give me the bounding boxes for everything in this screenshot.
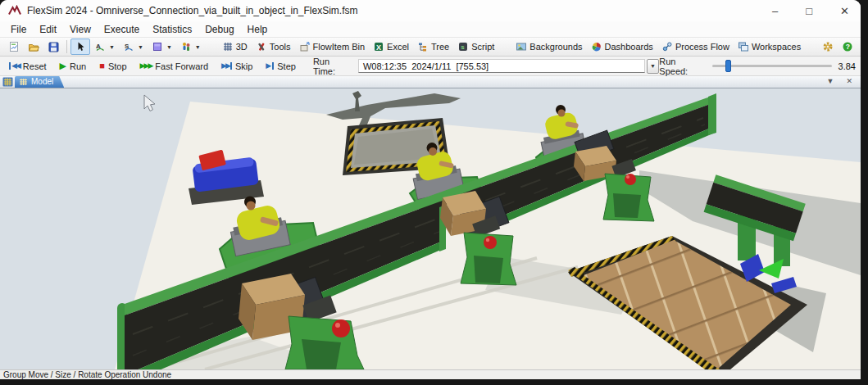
skip-label: Skip [235, 61, 252, 71]
menu-statistics[interactable]: Statistics [146, 23, 198, 36]
model-3d-viewport[interactable] [0, 88, 861, 369]
tab-close-icon[interactable]: ✕ [846, 78, 852, 85]
excel-button[interactable]: X Excel [369, 38, 413, 55]
tools-icon [256, 41, 267, 52]
excel-icon: X [373, 41, 384, 52]
excel-label: Excel [387, 42, 409, 52]
window-title: FlexSim 2024 - Omniverse_Connection_via_… [27, 5, 358, 16]
help-button[interactable]: ? [838, 38, 857, 55]
view-3d-label: 3D [236, 42, 248, 52]
status-bar: Group Move / Size / Rotate Operation Und… [0, 369, 861, 379]
process-flow-button[interactable]: Process Flow [657, 38, 734, 55]
library-object-button[interactable]: ▼ [148, 38, 176, 55]
workspaces-icon [738, 41, 749, 52]
run-speed-value: 3.84 [838, 61, 856, 71]
run-speed-slider-thumb[interactable] [725, 60, 731, 72]
script-label: Script [471, 42, 494, 52]
settings-button[interactable] [818, 38, 838, 55]
travel-network-button[interactable]: ▼ [176, 38, 205, 55]
document-tab-bar: Model ▼ ✕ [0, 76, 861, 88]
flowitem-bin-button[interactable]: FlowItem Bin [295, 38, 370, 55]
flowitem-bin-icon [299, 41, 311, 52]
reset-button[interactable]: ◀◀ Reset [5, 60, 51, 73]
workspaces-label: Workspaces [752, 42, 801, 52]
new-model-icon [8, 41, 20, 52]
process-flow-label: Process Flow [675, 42, 729, 52]
main-toolbar: A ▼ S ▼ ▼ ▼ [0, 37, 861, 57]
dashboards-pie-icon [591, 41, 602, 52]
emergency-button [484, 236, 497, 249]
backgrounds-label: Backgrounds [529, 42, 582, 52]
run-button[interactable]: ▶ Run [56, 60, 91, 73]
tab-model[interactable]: Model [15, 76, 64, 88]
run-time-field[interactable]: W08:12:35 2024/1/11 [755.53] [358, 59, 645, 73]
save-model-button[interactable] [43, 38, 63, 55]
model-tab-icon [19, 78, 28, 86]
step-label: Step [277, 61, 296, 71]
a-connect-icon: A [94, 41, 106, 52]
run-time-label: Run Time: [313, 57, 353, 76]
menu-view[interactable]: View [63, 23, 98, 36]
pointer-icon [75, 41, 86, 52]
minimize-button[interactable]: – [772, 6, 778, 16]
tree-button[interactable]: Tree [413, 38, 453, 55]
process-flow-icon [661, 41, 673, 52]
fast-forward-button[interactable]: ▶▶▶ Fast Forward [136, 60, 213, 73]
run-time-dropdown-button[interactable]: ▼ [647, 59, 660, 74]
close-button[interactable]: ✕ [840, 6, 849, 16]
gear-icon [822, 41, 834, 52]
script-button[interactable]: s Script [453, 38, 498, 55]
step-button[interactable]: ▶ Step [261, 60, 300, 73]
open-folder-icon [28, 41, 39, 52]
connect-objects-button[interactable]: A ▼ [90, 38, 119, 55]
flexsim-window: FlexSim 2024 - Omniverse_Connection_via_… [0, 0, 861, 379]
emergency-button [332, 319, 350, 337]
reset-label: Reset [23, 61, 47, 71]
run-control-bar: ◀◀ Reset ▶ Run ■ Stop ▶▶▶ Fast Forward ▶… [0, 57, 861, 76]
flowitem-bin-label: FlowItem Bin [313, 42, 366, 52]
chevron-down-icon[interactable]: ▼ [166, 44, 172, 50]
s-connect-icon: S [123, 41, 134, 52]
menu-execute[interactable]: Execute [98, 23, 146, 36]
menu-debug[interactable]: Debug [198, 23, 240, 36]
tools-label: Tools [270, 42, 291, 52]
dashboards-label: Dashboards [605, 42, 653, 52]
connect-center-ports-button[interactable]: S ▼ [119, 38, 148, 55]
chevron-down-icon[interactable]: ▼ [109, 44, 115, 50]
model-tab-label: Model [31, 77, 53, 86]
help-icon: ? [842, 41, 853, 52]
skip-button[interactable]: ▶▶ Skip [217, 60, 257, 73]
people-icon [180, 41, 192, 52]
svg-text:X: X [376, 43, 381, 52]
script-icon: s [457, 41, 469, 52]
maximize-button[interactable]: □ [806, 6, 812, 16]
menu-edit[interactable]: Edit [33, 23, 63, 36]
select-pointer-button[interactable] [70, 38, 90, 55]
run-speed-slider[interactable] [712, 65, 832, 67]
open-model-button[interactable] [24, 38, 43, 55]
flexsim-logo-icon [8, 5, 21, 16]
menu-file[interactable]: File [4, 23, 33, 36]
tools-button[interactable]: Tools [252, 38, 295, 55]
workspaces-button[interactable]: Workspaces [734, 38, 805, 55]
chevron-down-icon[interactable]: ▼ [195, 44, 201, 50]
menu-help[interactable]: Help [241, 23, 275, 36]
view-3d-button[interactable]: 3D [218, 38, 252, 55]
chevron-down-icon[interactable]: ▼ [138, 44, 143, 50]
backgrounds-button[interactable]: Backgrounds [511, 38, 586, 55]
dashboards-button[interactable]: Dashboards [587, 38, 657, 55]
run-label: Run [70, 61, 86, 71]
emergency-button [625, 174, 636, 185]
reset-icon: ◀◀ [9, 62, 20, 70]
tab-list-dropdown-icon[interactable]: ▼ [827, 78, 834, 85]
title-bar: FlexSim 2024 - Omniverse_Connection_via_… [0, 0, 861, 21]
stop-button[interactable]: ■ Stop [95, 60, 130, 73]
new-model-button[interactable] [4, 38, 24, 55]
library-grid-icon[interactable] [2, 77, 13, 87]
recent-files-button[interactable] [857, 38, 861, 55]
fast-forward-icon: ▶▶▶ [140, 62, 152, 70]
run-icon: ▶ [60, 61, 66, 70]
factory-scene [0, 88, 861, 369]
status-message: Group Move / Size / Rotate Operation Und… [3, 370, 171, 379]
skip-icon: ▶▶ [221, 62, 232, 70]
